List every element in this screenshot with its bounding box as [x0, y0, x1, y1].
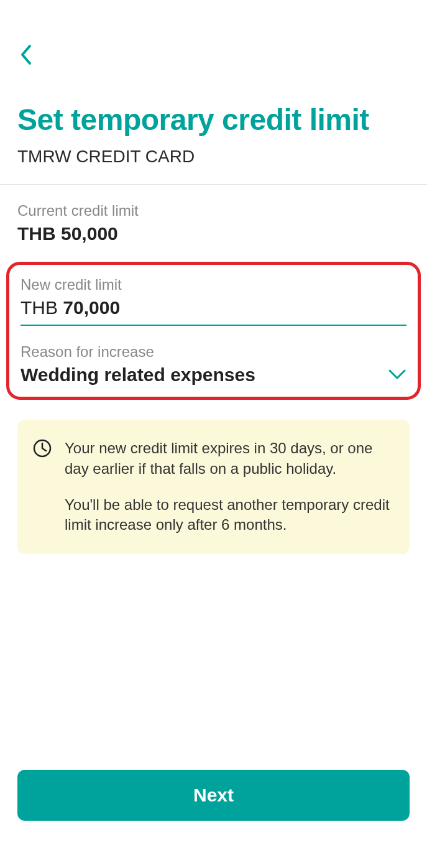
clock-icon [32, 438, 52, 461]
chevron-down-icon[interactable] [388, 367, 406, 382]
back-icon[interactable] [17, 44, 35, 68]
info-line-1: Your new credit limit expires in 30 days… [65, 438, 395, 479]
new-limit-label: New credit limit [21, 276, 406, 293]
new-limit-value: THB 70,000 [21, 297, 406, 318]
highlight-box: New credit limit THB 70,000 Reason for i… [6, 262, 421, 400]
new-limit-field[interactable]: New credit limit THB 70,000 [21, 276, 406, 326]
current-limit-label: Current credit limit [17, 202, 410, 219]
next-button[interactable]: Next [17, 770, 410, 821]
card-name: TMRW CREDIT CARD [17, 147, 410, 167]
current-limit-value: THB 50,000 [17, 223, 410, 244]
info-text: Your new credit limit expires in 30 days… [65, 438, 395, 535]
page-title: Set temporary credit limit [17, 103, 410, 137]
current-limit-section: Current credit limit THB 50,000 [17, 202, 410, 244]
info-box: Your new credit limit expires in 30 days… [17, 420, 410, 554]
reason-value: Wedding related expenses [21, 364, 255, 386]
reason-label: Reason for increase [21, 343, 406, 361]
reason-field[interactable]: Reason for increase Wedding related expe… [21, 343, 406, 386]
info-line-2: You'll be able to request another tempor… [65, 495, 395, 535]
